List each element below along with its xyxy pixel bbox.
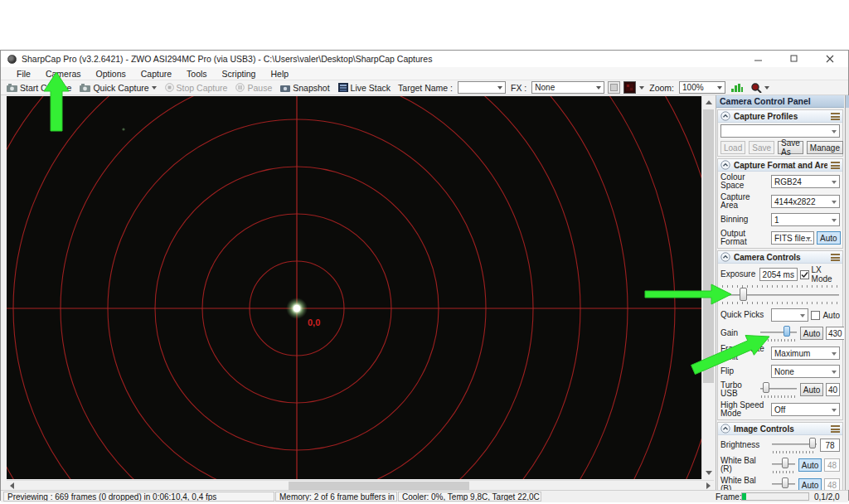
vertical-scroll-thumb[interactable]	[703, 109, 714, 383]
image-viewport[interactable]: 0,0	[7, 96, 701, 479]
gain-slider-thumb[interactable]	[784, 326, 790, 337]
save-button[interactable]: Save	[749, 141, 774, 154]
save-as-button[interactable]: Save As	[778, 141, 803, 154]
profile-select[interactable]	[720, 124, 840, 138]
vertical-scrollbar[interactable]	[701, 96, 714, 479]
frame-rate-limit-select[interactable]: Maximum	[771, 346, 840, 360]
group-image-controls: Image Controls Brightness 78 White B	[717, 422, 843, 490]
white-bal-b-slider-thumb[interactable]	[782, 477, 788, 488]
group-menu-icon[interactable]	[831, 162, 840, 169]
pause-icon	[235, 83, 245, 92]
close-button[interactable]	[813, 51, 848, 67]
menubar: File Cameras Options Capture Tools Scrip…	[1, 67, 848, 80]
exposure-slider-thumb[interactable]	[740, 288, 747, 301]
dropdown-arrow-icon	[806, 237, 811, 240]
group-header-capture-profiles[interactable]: Capture Profiles	[718, 110, 842, 123]
gain-auto-button[interactable]: Auto	[800, 327, 823, 340]
menu-file[interactable]: File	[9, 69, 38, 79]
capture-area-select[interactable]: 4144x2822	[771, 195, 840, 208]
quick-capture-button[interactable]: Quick Capture	[77, 81, 158, 94]
horizontal-scrollbar[interactable]	[7, 480, 714, 490]
zoom-combobox[interactable]: 100%	[679, 81, 725, 94]
minimize-button[interactable]	[740, 51, 776, 67]
exposure-auto-checkbox[interactable]	[811, 311, 820, 320]
selection-area-button[interactable]	[608, 81, 620, 94]
menu-cameras[interactable]: Cameras	[38, 69, 89, 79]
white-bal-r-slider[interactable]	[771, 457, 796, 473]
white-bal-b-slider[interactable]	[771, 477, 796, 490]
scroll-down-icon[interactable]	[706, 471, 712, 475]
quick-picks-select[interactable]	[771, 308, 808, 322]
maximize-button[interactable]	[776, 51, 812, 67]
turbo-usb-auto-button[interactable]: Auto	[800, 383, 823, 396]
white-bal-b-auto-button[interactable]: Auto	[798, 478, 822, 490]
status-frame-value: 0,1/2,0	[814, 492, 840, 502]
group-header-capture-format[interactable]: Capture Format and Area	[718, 159, 842, 172]
fx-combobox[interactable]: None	[531, 81, 604, 94]
brightness-slider-thumb[interactable]	[809, 438, 816, 448]
horizontal-scroll-thumb[interactable]	[289, 482, 469, 490]
gain-slider[interactable]	[759, 325, 798, 342]
menu-scripting[interactable]: Scripting	[215, 69, 264, 79]
scroll-left-icon[interactable]	[10, 482, 14, 489]
flip-select[interactable]: None	[771, 365, 840, 378]
output-format-select[interactable]: FITS file...	[771, 231, 814, 245]
colour-space-select[interactable]: RGB24	[771, 175, 840, 188]
turbo-usb-slider[interactable]	[759, 381, 798, 398]
start-capture-button[interactable]: Start Capture	[4, 81, 74, 94]
white-bal-r-slider-thumb[interactable]	[782, 458, 788, 468]
pause-button[interactable]: Pause	[233, 81, 274, 94]
gain-label: Gain	[720, 329, 757, 337]
white-bal-r-auto-button[interactable]: Auto	[798, 458, 822, 472]
menu-capture[interactable]: Capture	[133, 69, 179, 79]
high-speed-mode-select[interactable]: Off	[771, 403, 840, 416]
turbo-usb-slider-thumb[interactable]	[763, 382, 769, 393]
chevron-down-icon	[497, 86, 502, 90]
snapshot-button[interactable]: Snapshot	[278, 81, 332, 94]
scroll-up-icon[interactable]	[706, 100, 712, 104]
gain-value[interactable]: 430	[826, 327, 844, 340]
group-title: Image Controls	[734, 424, 827, 434]
stop-capture-button[interactable]: Stop Capture	[163, 81, 230, 94]
star-core	[294, 305, 300, 312]
live-stack-button[interactable]: Live Stack	[336, 81, 393, 94]
group-menu-icon[interactable]	[831, 254, 840, 261]
target-name-combobox[interactable]	[458, 81, 506, 94]
dropdown-arrow-icon	[832, 409, 837, 412]
binning-select[interactable]: 1	[771, 213, 840, 226]
focus-assist-button[interactable]	[749, 81, 772, 94]
sharpcap-window: SharpCap Pro (v3.2.6421) - ZWO ASI294MC …	[0, 50, 849, 501]
menu-options[interactable]: Options	[89, 69, 133, 79]
menu-help[interactable]: Help	[263, 69, 296, 79]
chevron-down-icon	[764, 86, 769, 90]
exposure-slider[interactable]	[720, 285, 840, 305]
scroll-right-icon[interactable]	[706, 482, 711, 489]
group-menu-icon[interactable]	[831, 113, 840, 120]
output-format-auto-button[interactable]: Auto	[817, 231, 841, 245]
reticle-overlay: 0,0	[7, 96, 701, 479]
load-button[interactable]: Load	[720, 141, 745, 154]
menu-tools[interactable]: Tools	[179, 69, 215, 79]
display-mode-button[interactable]	[623, 81, 636, 94]
brightness-value[interactable]: 78	[820, 439, 840, 452]
white-bal-r-label: White Bal (R)	[720, 457, 769, 473]
chevron-down-icon[interactable]	[639, 86, 644, 90]
group-title: Capture Format and Area	[734, 161, 827, 170]
turbo-usb-value[interactable]: 40	[826, 383, 840, 396]
group-header-image-controls[interactable]: Image Controls	[718, 423, 842, 435]
histogram-button[interactable]	[729, 81, 745, 94]
brightness-slider[interactable]	[771, 437, 817, 453]
lx-mode-label: LX Mode	[812, 265, 840, 284]
exposure-value[interactable]: 2054 ms	[759, 268, 798, 281]
live-stack-icon	[338, 83, 348, 92]
group-menu-icon[interactable]	[831, 425, 840, 433]
white-bal-r-value[interactable]: 48	[824, 458, 840, 472]
camera-icon	[7, 84, 17, 92]
white-bal-b-value[interactable]: 48	[824, 478, 840, 490]
group-header-camera-controls[interactable]: Camera Controls	[718, 251, 842, 264]
collapse-icon	[720, 160, 730, 170]
manage-button[interactable]: Manage	[807, 141, 843, 154]
lx-mode-checkbox[interactable]	[800, 270, 809, 279]
status-frame-label: Frame:	[716, 492, 742, 502]
dropdown-arrow-icon	[832, 201, 837, 204]
